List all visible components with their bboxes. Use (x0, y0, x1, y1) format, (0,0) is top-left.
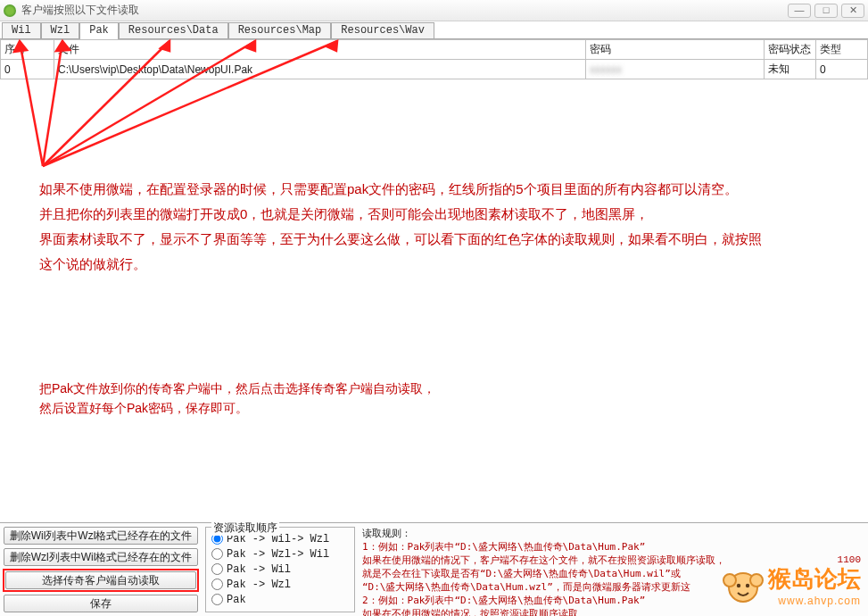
group-title: 资源读取顺序 (211, 520, 279, 536)
button-column: 删除Wil列表中Wzl格式已经存在的文件 删除Wzl列表中Wil格式已经存在的文… (0, 523, 202, 616)
watermark-text: 猴岛论坛 www.ahvp.com (768, 563, 861, 607)
col-pwd-state[interactable]: 密码状态 (765, 40, 816, 60)
minimize-button[interactable]: — (788, 4, 811, 18)
close-button[interactable]: ✕ (841, 4, 864, 18)
rules-header: 读取规则： (362, 527, 864, 540)
rules-l6: 如果在不使用微端的情况，按照资源读取顺序读取 (362, 607, 864, 616)
tab-bar: Wil Wzl Pak Resources\Data Resources\Map… (0, 21, 868, 39)
radio-opt-3[interactable]: Pak -> Wzl (211, 577, 349, 592)
col-type[interactable]: 类型 (816, 40, 868, 60)
col-pwd[interactable]: 密码 (586, 40, 765, 60)
col-file[interactable]: 文件 (54, 40, 586, 60)
table-row[interactable]: 0 C:\Users\vip\Desktop\Data\NewopUI.Pak … (1, 60, 868, 79)
cell-seq: 0 (1, 60, 54, 79)
tab-resources-map[interactable]: Resources\Map (228, 22, 332, 38)
radio-input[interactable] (211, 594, 223, 605)
window-title: 客户端按照以下文件读取 (21, 3, 139, 18)
annot1-l3: 界面素材读取不了，显示不了界面等等，至于为什么要这么做，可以看下面的红色字体的读… (39, 227, 842, 252)
radio-opt-2[interactable]: Pak -> Wil (211, 562, 349, 577)
cell-type: 0 (816, 60, 868, 79)
radio-input[interactable] (211, 548, 223, 560)
app-icon (4, 4, 16, 17)
radio-input[interactable] (211, 563, 223, 575)
monkey-icon (721, 562, 765, 607)
watermark-name: 猴岛论坛 (768, 565, 861, 592)
watermark-url: www.ahvp.com (778, 595, 861, 607)
radio-opt-1[interactable]: Pak -> Wzl-> Wil (211, 546, 349, 562)
annot1-l2: 并且把你的列表里的微端打开改成0，也就是关闭微端，否则可能会出现地图素材读取不了… (39, 202, 842, 227)
svg-point-14 (745, 584, 748, 587)
tab-pak[interactable]: Pak (79, 22, 119, 39)
annot1-l4: 这个说的做就行。 (39, 252, 842, 277)
save-button[interactable]: 保存 (4, 595, 198, 612)
tab-resources-wav[interactable]: Resources\Wav (331, 22, 434, 38)
annot1-l1: 如果不使用微端，在配置登录器的时候，只需要配置pak文件的密码，红线所指的5个项… (39, 177, 842, 202)
annot2-l2: 然后设置好每个Pak密码，保存即可。 (39, 398, 842, 418)
maximize-button[interactable]: □ (814, 4, 838, 18)
tab-wzl[interactable]: Wzl (41, 22, 80, 38)
annot2-l1: 把Pak文件放到你的传奇客户端中，然后点击选择传奇客户端自动读取， (39, 379, 842, 398)
tab-resources-data[interactable]: Resources\Data (119, 22, 228, 38)
watermark: 猴岛论坛 www.ahvp.com (721, 562, 861, 607)
annotation-text-2: 把Pak文件放到你的传奇客户端中，然后点击选择传奇客户端自动读取， 然后设置好每… (39, 379, 842, 418)
annotation-text-1: 如果不使用微端，在配置登录器的时候，只需要配置pak文件的密码，红线所指的5个项… (39, 177, 842, 277)
svg-point-13 (736, 584, 740, 587)
rules-l1: 1：例如：Pak列表中“D:\盛大网络\热血传奇\Data\Hum.Pak” (362, 540, 864, 554)
title-bar: 客户端按照以下文件读取 — □ ✕ (0, 0, 868, 21)
table-header-row: 序号 文件 密码 密码状态 类型 (1, 40, 868, 60)
delete-wzl-button[interactable]: 删除Wzl列表中Wil格式已经存在的文件 (4, 548, 198, 566)
highlight-box: 选择传奇客户端自动读取 (3, 569, 199, 592)
tab-wil[interactable]: Wil (2, 22, 41, 38)
radio-opt-4[interactable]: Pak (211, 592, 349, 607)
radio-input[interactable] (211, 579, 223, 590)
svg-point-11 (723, 574, 736, 587)
delete-wil-button[interactable]: 删除Wil列表中Wzl格式已经存在的文件 (4, 527, 198, 545)
svg-point-12 (750, 574, 763, 587)
col-seq[interactable]: 序号 (1, 40, 54, 60)
cell-pwd: xxxxxx (586, 60, 765, 79)
cell-pwd-state: 未知 (765, 60, 816, 79)
auto-read-button[interactable]: 选择传奇客户端自动读取 (5, 571, 196, 589)
read-order-group: 资源读取顺序 Pak -> Wil-> Wzl Pak -> Wzl-> Wil… (205, 527, 355, 612)
file-table: 序号 文件 密码 密码状态 类型 0 C:\Users\vip\Desktop\… (0, 39, 868, 79)
cell-file: C:\Users\vip\Desktop\Data\NewopUI.Pak (54, 60, 586, 79)
rules-l2: 如果在使用微端的情况下，客户端不存在这个文件，就不在按照资源读取顺序读取， (362, 554, 725, 566)
